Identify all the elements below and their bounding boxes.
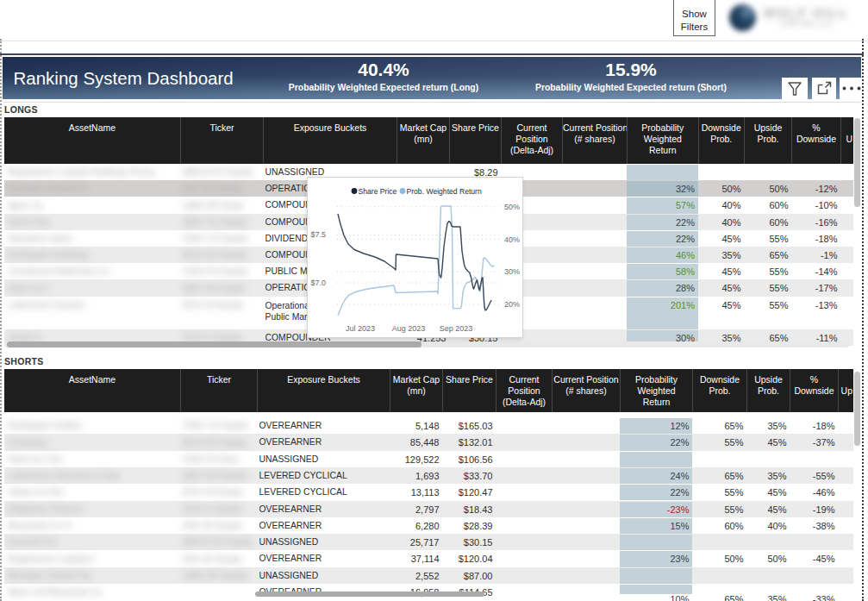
svg-text:Prob. Weighted Return: Prob. Weighted Return [407,187,482,196]
svg-text:50%: 50% [504,203,520,211]
svg-text:40%: 40% [504,235,520,244]
svg-text:Share Price: Share Price [359,187,397,196]
svg-text:$7.5: $7.5 [310,230,326,239]
svg-text:30%: 30% [504,267,520,276]
svg-text:20%: 20% [504,300,520,309]
svg-text:Jul 2023: Jul 2023 [346,324,375,333]
svg-text:$7.0: $7.0 [310,279,326,287]
svg-text:Aug 2023: Aug 2023 [392,324,426,333]
svg-text:Sep 2023: Sep 2023 [440,324,473,333]
